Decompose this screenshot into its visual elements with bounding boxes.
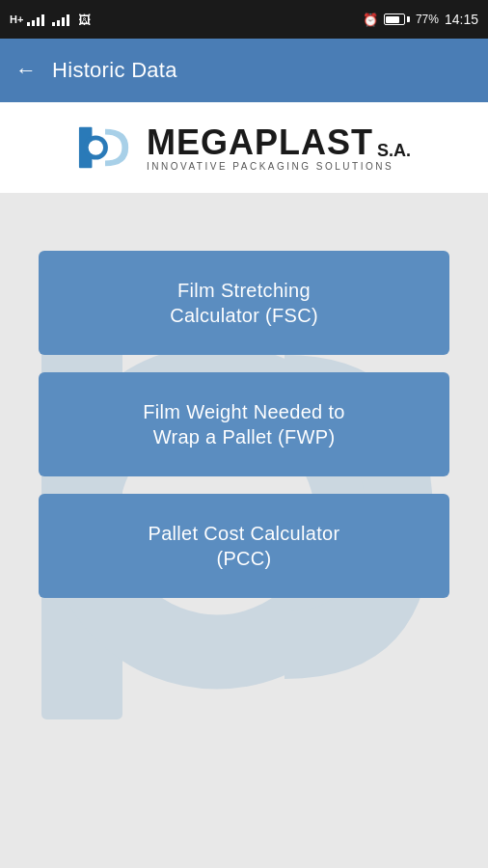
- signal-bar-8: [67, 14, 69, 26]
- battery-tip: [407, 16, 410, 22]
- signal-bars-2: [52, 13, 69, 26]
- fsc-button[interactable]: Film StretchingCalculator (FSC): [39, 251, 449, 355]
- battery-icon: [384, 14, 410, 25]
- photo-icon: 🖼: [78, 13, 91, 27]
- logo-brand-text: MEGAPLAST: [147, 123, 373, 162]
- fwp-button[interactable]: Film Weight Needed toWrap a Pallet (FWP): [39, 372, 449, 476]
- status-bar-right: ⏰ 77% 14:15: [363, 12, 478, 27]
- signal-bar-1: [27, 22, 30, 26]
- app-bar: ← Historic Data: [0, 39, 488, 102]
- alarm-icon: ⏰: [363, 13, 378, 27]
- signal-bar-3: [37, 17, 40, 26]
- page-title: Historic Data: [52, 58, 177, 83]
- signal-bar-2: [32, 20, 35, 26]
- battery-body: [384, 14, 405, 25]
- signal-bars: [27, 13, 44, 26]
- logo-container: MEGAPLAST S.A. INNOVATIVE PACKAGING SOLU…: [0, 102, 488, 193]
- logo-text-block: MEGAPLAST S.A. INNOVATIVE PACKAGING SOLU…: [147, 123, 411, 173]
- main-content: MEGAPLAST S.A. INNOVATIVE PACKAGING SOLU…: [0, 102, 488, 868]
- pcc-button[interactable]: Pallet Cost Calculator(PCC): [39, 494, 449, 598]
- logo-wrapper: MEGAPLAST S.A. INNOVATIVE PACKAGING SOLU…: [77, 120, 411, 176]
- battery-percent: 77%: [416, 13, 439, 26]
- signal-bar-5: [52, 22, 55, 26]
- megaplast-logo-icon: [77, 120, 133, 176]
- status-bar-left: H+ 🖼: [10, 13, 91, 27]
- status-bar: H+ 🖼 ⏰ 77% 14:15: [0, 0, 488, 39]
- signal-bar-6: [57, 20, 60, 26]
- network-indicator: H+: [10, 14, 23, 25]
- back-button[interactable]: ←: [15, 60, 37, 81]
- clock: 14:15: [445, 12, 478, 27]
- signal-bar-7: [62, 17, 65, 26]
- signal-bar-4: [41, 14, 44, 26]
- svg-point-3: [89, 140, 103, 154]
- battery-fill: [386, 16, 398, 23]
- logo-subtitle: INNOVATIVE PACKAGING SOLUTIONS: [147, 161, 411, 172]
- buttons-container: Film StretchingCalculator (FSC) Film Wei…: [0, 193, 488, 615]
- logo-sa-text: S.A.: [377, 141, 411, 161]
- logo-brand-row: MEGAPLAST S.A.: [147, 123, 411, 162]
